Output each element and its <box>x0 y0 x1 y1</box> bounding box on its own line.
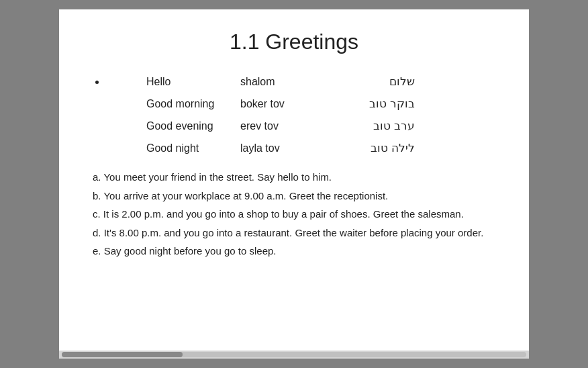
greeting-row: Good morningboker tovבוקר טוב <box>146 97 495 111</box>
document-page: 1.1 Greetings HelloshalomשלוםGood mornin… <box>59 9 529 359</box>
exercise-item: a. You meet your friend in the street. S… <box>93 169 495 186</box>
greeting-transliteration: boker tov <box>240 98 334 110</box>
scrollbar-track[interactable] <box>62 352 526 357</box>
greeting-english: Good night <box>146 142 240 154</box>
bullet-item: HelloshalomשלוםGood morningboker tovבוקר… <box>106 75 495 155</box>
scrollbar-thumb[interactable] <box>62 352 183 357</box>
exercise-item: b. You arrive at your workplace at 9.00 … <box>93 187 495 205</box>
greeting-hebrew: בוקר טוב <box>334 97 415 111</box>
greeting-row: Good nightlayla tovלילה טוב <box>146 141 495 155</box>
page-title: 1.1 Greetings <box>93 30 495 54</box>
greeting-english: Hello <box>146 76 240 88</box>
scrollbar[interactable] <box>59 351 529 359</box>
greeting-hebrew: ערב טוב <box>334 119 415 133</box>
exercise-item: d. It's 8.00 p.m. and you go into a rest… <box>93 224 495 242</box>
greeting-row: Good eveningerev tovערב טוב <box>146 119 495 133</box>
exercise-item: c. It is 2.00 p.m. and you go into a sho… <box>93 205 495 223</box>
greeting-english: Good morning <box>146 98 240 110</box>
greeting-row: Helloshalomשלום <box>146 75 495 89</box>
exercises-section: a. You meet your friend in the street. S… <box>93 169 495 260</box>
greetings-table: HelloshalomשלוםGood morningboker tovבוקר… <box>146 75 495 155</box>
greeting-transliteration: layla tov <box>240 142 334 154</box>
greeting-hebrew: שלום <box>334 75 415 89</box>
bullet-list: HelloshalomשלוםGood morningboker tovבוקר… <box>93 75 495 155</box>
greeting-transliteration: erev tov <box>240 120 334 132</box>
greeting-hebrew: לילה טוב <box>334 141 415 155</box>
greeting-transliteration: shalom <box>240 76 334 88</box>
greeting-english: Good evening <box>146 120 240 132</box>
exercise-item: e. Say good night before you go to sleep… <box>93 242 495 260</box>
